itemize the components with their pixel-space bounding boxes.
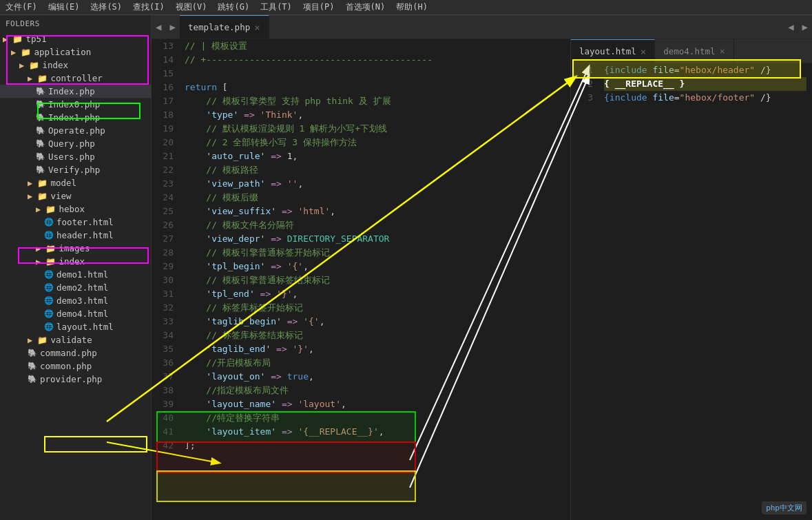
tree-item-footer.html[interactable]: 🌐footer.html — [0, 216, 151, 229]
tree-item-tp51[interactable]: ▶ 📁tp51 — [0, 32, 151, 45]
tree-item-index2[interactable]: ▶ 📁index — [0, 255, 151, 268]
sidebar-header: FOLDERS — [0, 15, 151, 32]
menu-item-e[interactable]: 编辑(E) — [48, 1, 80, 13]
menu-item-n[interactable]: 首选项(N) — [346, 1, 386, 13]
line-number-35: 35 — [157, 342, 174, 356]
tree-item-common.php[interactable]: 🐘common.php — [0, 360, 151, 373]
tree-item-controller[interactable]: ▶ 📁controller — [0, 72, 151, 85]
php-file-icon: 🐘 — [28, 375, 37, 384]
tree-item-Users.php[interactable]: 🐘Users.php — [0, 150, 151, 163]
php-file-icon: 🐘 — [28, 349, 37, 357]
code-line-38: //指定模板布局文件 — [185, 384, 565, 397]
tree-item-layout.html[interactable]: 🌐layout.html — [0, 320, 151, 333]
sidebar: FOLDERS ▶ 📁tp51▶ 📁application▶ 📁index▶ 📁… — [0, 15, 152, 520]
right-tab-close[interactable]: × — [641, 46, 646, 57]
code-line-23: 'view_path' => '', — [185, 177, 565, 191]
code-line-22: // 模板路径 — [185, 163, 565, 177]
php-file-icon: 🐘 — [36, 87, 45, 96]
code-line-33: 'taglib_begin' => '{', — [185, 315, 565, 329]
menu-item-s[interactable]: 选择(S) — [90, 1, 122, 13]
html-file-icon: 🌐 — [44, 218, 54, 227]
tab-label: template.php — [188, 22, 250, 32]
code-line-29: 'tpl_begin' => '{', — [185, 260, 565, 273]
tree-item-Operate.php[interactable]: 🐘Operate.php — [0, 124, 151, 137]
line-number-38: 38 — [157, 384, 174, 397]
tree-item-header.html[interactable]: 🌐header.html — [0, 229, 151, 242]
right-code-line-2: { __REPLACE__ } — [604, 77, 806, 91]
tree-item-view[interactable]: ▶ 📁view — [0, 189, 151, 202]
tree-label: layout.html — [56, 322, 114, 332]
tree-item-provider.php[interactable]: 🐘provider.php — [0, 373, 151, 386]
tree-item-command.php[interactable]: 🐘command.php — [0, 346, 151, 360]
tree-label: Index.php — [48, 86, 95, 96]
tree-item-demo2.html[interactable]: 🌐demo2.html — [0, 281, 151, 294]
tree-item-Query.php[interactable]: 🐘Query.php — [0, 137, 151, 150]
tree-item-application[interactable]: ▶ 📁application — [0, 45, 151, 59]
tab-template-php[interactable]: template.php × — [180, 15, 269, 39]
menu-item-t[interactable]: 工具(T) — [260, 1, 292, 13]
menu-item-g[interactable]: 跳转(G) — [218, 1, 249, 13]
tree-label: Operate.php — [48, 125, 105, 136]
html-file-icon: 🌐 — [44, 270, 54, 279]
right-line-numbers: 123 — [571, 63, 598, 520]
tab-close-template-php[interactable]: × — [254, 22, 260, 33]
folder-icon: ▶ 📁 — [36, 244, 56, 253]
right-tab-demo4_html[interactable]: demo4.html× — [655, 39, 734, 63]
php-file-icon: 🐘 — [36, 126, 45, 135]
tree-item-validate[interactable]: ▶ 📁validate — [0, 333, 151, 346]
tree-item-Verify.php[interactable]: 🐘Verify.php — [0, 163, 151, 176]
tree-item-Index1.php[interactable]: 🐘Index1.php — [0, 111, 151, 124]
line-number-42: 42 — [157, 439, 174, 453]
php-file-icon: 🐘 — [36, 152, 45, 161]
tree-label: validate — [50, 335, 92, 345]
line-number-36: 36 — [157, 356, 174, 370]
menu-item-v[interactable]: 视图(V) — [176, 1, 207, 13]
tree-item-demo3.html[interactable]: 🌐demo3.html — [0, 294, 151, 307]
right-tab-close[interactable]: × — [720, 45, 725, 56]
right-tab-label: layout.html — [579, 46, 636, 56]
right-code-container[interactable]: 123 {include file="hebox/header" /}{ __R… — [571, 63, 812, 520]
right-tab-layout_html[interactable]: layout.html× — [571, 39, 655, 63]
tree-item-Index.php[interactable]: 🐘Index.php — [0, 85, 151, 98]
line-number-39: 39 — [157, 397, 174, 411]
left-code-container[interactable]: 1314151617181920212223242526272829303132… — [152, 39, 570, 520]
code-line-27: 'view_depr' => DIRECTORY_SEPARATOR — [185, 232, 565, 246]
menu-item-i[interactable]: 查找(I) — [133, 1, 165, 13]
main-layout: FOLDERS ▶ 📁tp51▶ 📁application▶ 📁index▶ 📁… — [0, 15, 812, 520]
code-line-37: 'layout_on' => true, — [185, 370, 565, 384]
tree-label: Verify.php — [48, 165, 100, 175]
tree-item-model[interactable]: ▶ 📁model — [0, 176, 151, 189]
tab-nav-next[interactable]: ▶ — [165, 15, 179, 39]
code-line-24: // 模板后缀 — [185, 191, 565, 205]
code-line-31: 'tpl_end' => '}', — [185, 287, 565, 301]
menu-item-h[interactable]: 帮助(H) — [396, 1, 428, 13]
left-editor: 1314151617181920212223242526272829303132… — [152, 39, 571, 520]
line-number-40: 40 — [157, 411, 174, 425]
tree-item-demo1.html[interactable]: 🌐demo1.html — [0, 268, 151, 281]
line-number-16: 16 — [157, 81, 174, 94]
tree-item-hebox[interactable]: ▶ 📁hebox — [0, 202, 151, 216]
right-code-line-1: {include file="hebox/header" /} — [604, 63, 806, 77]
folder-icon: ▶ 📁 — [19, 61, 39, 70]
tree-label: demo3.html — [56, 295, 108, 306]
tree-item-images[interactable]: ▶ 📁images — [0, 242, 151, 255]
menu-item-p[interactable]: 项目(P) — [303, 1, 335, 13]
tree-label: index — [42, 60, 68, 70]
tree-item-demo4.html[interactable]: 🌐demo4.html — [0, 307, 151, 320]
line-number-14: 14 — [157, 53, 174, 67]
tab-nav-prev[interactable]: ◀ — [152, 15, 165, 39]
html-file-icon: 🌐 — [44, 283, 54, 292]
tree-item-Index0.php[interactable]: 🐘Index0.php — [0, 98, 151, 111]
php-file-icon: 🐘 — [36, 100, 45, 109]
tree-item-index[interactable]: ▶ 📁index — [0, 59, 151, 72]
line-number-41: 41 — [157, 425, 174, 439]
folder-icon: ▶ 📁 — [36, 257, 56, 267]
tree-label: footer.html — [56, 217, 114, 227]
split-nav-next[interactable]: ▶ — [798, 15, 812, 39]
line-number-33: 33 — [157, 315, 174, 329]
split-nav-prev[interactable]: ◀ — [784, 15, 798, 39]
menu-item-f[interactable]: 文件(F) — [6, 1, 37, 13]
right-tab-label: demo4.html — [663, 46, 715, 56]
html-file-icon: 🌐 — [44, 309, 54, 318]
line-number-30: 30 — [157, 273, 174, 287]
